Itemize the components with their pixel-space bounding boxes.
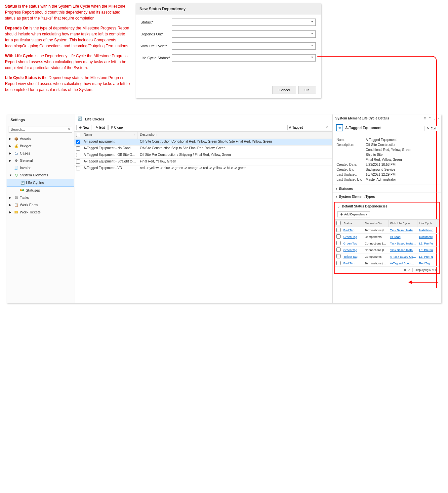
prop-label: Description: bbox=[337, 143, 366, 147]
col-desc[interactable]: Description bbox=[138, 132, 332, 139]
new-button[interactable]: ⊕New bbox=[76, 125, 92, 130]
dep-lcs-link[interactable]: L3: Pre Fu bbox=[418, 247, 439, 253]
sidebar-item-statuses[interactable]: Statuses bbox=[7, 187, 74, 194]
prop-label bbox=[337, 158, 366, 161]
sidebar-search-input[interactable] bbox=[9, 126, 72, 133]
row-checkbox[interactable] bbox=[76, 166, 80, 170]
prop-value: Off-Site Construction bbox=[366, 143, 437, 147]
dep-row-checkbox[interactable] bbox=[336, 247, 341, 252]
status-select[interactable] bbox=[172, 19, 316, 26]
sidebar-item-work-form[interactable]: ▶📋Work Form bbox=[7, 201, 74, 208]
dep-row-checkbox[interactable] bbox=[336, 254, 341, 258]
dep-col-depends[interactable]: Depends On bbox=[363, 220, 388, 227]
dep-select-all-checkbox[interactable] bbox=[336, 221, 341, 225]
prop-label: Last Updated: bbox=[337, 173, 366, 176]
select-all-checkbox[interactable] bbox=[76, 133, 80, 137]
pencil-icon: ✎ bbox=[427, 127, 429, 130]
with-life-cycle-select[interactable] bbox=[172, 42, 316, 50]
dep-row[interactable]: Green Tag Connections (Outg... Task Base… bbox=[335, 240, 439, 247]
details-edit-button[interactable]: ✎Edit bbox=[425, 126, 438, 131]
cancel-button[interactable]: Cancel bbox=[272, 86, 296, 94]
collapse-up-icon[interactable]: ⌃ bbox=[428, 116, 431, 120]
table-row[interactable]: A-Tagged Equipment - Straight to Site Fi… bbox=[74, 159, 332, 165]
dep-paging-text: Displaying 6 of 6 bbox=[412, 268, 437, 272]
accordion-statuses[interactable]: ›Statuses bbox=[333, 185, 441, 193]
chevron-right-icon[interactable]: › bbox=[438, 116, 439, 120]
table-row[interactable]: A-Tagged Equipment Off-Site Construction… bbox=[74, 139, 332, 146]
row-checkbox[interactable] bbox=[76, 153, 80, 157]
dep-row-checkbox[interactable] bbox=[336, 261, 341, 265]
dep-lcs-link[interactable]: Installation bbox=[418, 227, 439, 234]
expand-down-icon[interactable]: ⌄ bbox=[433, 116, 436, 120]
dep-status-link[interactable]: Green Tag bbox=[342, 240, 363, 247]
dep-row[interactable]: Yellow Tag Components A-Task Based Com..… bbox=[335, 253, 439, 260]
dep-wlc-link[interactable]: Task Based Install ... bbox=[388, 247, 418, 253]
with-life-cycle-label: With Life Cycle:* bbox=[141, 44, 172, 48]
row-checkbox[interactable] bbox=[76, 146, 80, 151]
sidebar-item-budget[interactable]: ▶💰Budget bbox=[7, 142, 74, 150]
dep-row-checkbox[interactable] bbox=[336, 234, 341, 239]
prop-value: Master Administrator bbox=[366, 178, 437, 181]
dep-lcs-link[interactable]: Document bbox=[418, 234, 439, 240]
dep-lcs-link[interactable]: Red Tag bbox=[418, 260, 439, 267]
sidebar-item-cases[interactable]: ▶🗂Cases bbox=[7, 150, 74, 157]
prop-value: Conditional Red, Yellow, Green bbox=[366, 148, 437, 152]
dep-status-link[interactable]: Green Tag bbox=[342, 234, 363, 240]
clone-button[interactable]: ⎘Clone bbox=[108, 125, 125, 130]
status-label: Status:* bbox=[141, 20, 172, 24]
prop-label bbox=[337, 153, 366, 157]
row-desc: Off-Site Construction Ship to Site Final… bbox=[138, 146, 332, 152]
row-checkbox[interactable] bbox=[76, 140, 80, 144]
col-name[interactable]: Name bbox=[82, 132, 138, 139]
table-row[interactable]: A-Tagged Equipment - Off-Site Ord... Off… bbox=[74, 152, 332, 159]
dep-depends-cell: Connections (Inco... bbox=[363, 247, 388, 253]
dep-col-wlc[interactable]: With Life Cycle bbox=[388, 220, 418, 227]
help-text-block: Status is the status within the System L… bbox=[5, 3, 131, 98]
clear-search-icon[interactable]: ✕ bbox=[67, 127, 70, 131]
life-cycle-status-select[interactable] bbox=[172, 54, 316, 62]
dep-status-link[interactable]: Red Tag bbox=[342, 260, 363, 267]
clear-filter-icon[interactable]: ✕ bbox=[326, 125, 329, 129]
dep-wlc-link[interactable]: Task Based Install ... bbox=[388, 240, 418, 247]
dep-col-lcs[interactable]: Life Cycle bbox=[418, 220, 439, 227]
dep-wlc-link[interactable]: IR Scan bbox=[388, 234, 418, 240]
dep-row[interactable]: Red Tag Terminations (Outg... A-Tagged E… bbox=[335, 260, 439, 267]
sidebar-item-life-cycles[interactable]: 🔄Life Cycles bbox=[7, 179, 74, 187]
row-name: A-Tagged Equipment - No Cond Tag bbox=[82, 146, 138, 152]
depends-on-select[interactable] bbox=[172, 30, 316, 38]
row-checkbox[interactable] bbox=[76, 159, 80, 164]
dep-wlc-link[interactable]: A-Task Based Com... bbox=[388, 253, 418, 260]
dep-wlc-link[interactable]: A-Tagged Equipment bbox=[388, 260, 418, 267]
dep-depends-cell: Components bbox=[363, 234, 388, 240]
details-title: System Element Life Cycle Details bbox=[335, 116, 423, 120]
dep-status-link[interactable]: Yellow Tag bbox=[342, 253, 363, 260]
table-row[interactable]: A-Tagged Equipment - VD red -> yellow ->… bbox=[74, 165, 332, 172]
dep-status-link[interactable]: Green Tag bbox=[342, 247, 363, 253]
table-row[interactable]: A-Tagged Equipment - No Cond Tag Off-Sit… bbox=[74, 146, 332, 152]
dep-col-status[interactable]: Status bbox=[342, 220, 363, 227]
sidebar-item-invoice[interactable]: 🧾Invoice bbox=[7, 164, 74, 171]
edit-button[interactable]: ✎Edit bbox=[93, 125, 107, 130]
plus-icon: ⊕ bbox=[340, 213, 343, 216]
ok-button[interactable]: OK bbox=[298, 86, 316, 94]
dep-status-link[interactable]: Red Tag bbox=[342, 227, 363, 234]
sidebar-item-system-elements[interactable]: ▼⬡System Elements bbox=[7, 171, 74, 179]
sidebar-item-general[interactable]: ▶⚙General bbox=[7, 157, 74, 164]
add-dependency-button[interactable]: ⊕Add Dependency bbox=[337, 211, 370, 217]
refresh-icon[interactable]: ⟳ bbox=[424, 116, 427, 120]
sidebar-item-assets[interactable]: ▶📦Assets bbox=[7, 135, 74, 142]
sidebar-title: Settings bbox=[7, 114, 74, 125]
dep-row[interactable]: Green Tag Components IR Scan Document bbox=[335, 234, 439, 240]
dep-wlc-link[interactable]: Task Based Install -... bbox=[388, 227, 418, 234]
dep-row-checkbox[interactable] bbox=[336, 228, 341, 232]
sidebar-item-work-tickets[interactable]: ▶🎫Work Tickets bbox=[7, 208, 74, 216]
accordion-system-element-types[interactable]: ›System Element Types bbox=[333, 193, 441, 201]
dep-row[interactable]: Red Tag Terminations (Inco... Task Based… bbox=[335, 227, 439, 234]
dep-row-checkbox[interactable] bbox=[336, 241, 341, 245]
dep-lcs-link[interactable]: L3: Pre Fu bbox=[418, 240, 439, 247]
sidebar-item-tasks[interactable]: ▶☑Tasks bbox=[7, 194, 74, 201]
prop-label: Created Date: bbox=[337, 163, 366, 166]
dep-row[interactable]: Green Tag Connections (Inco... Task Base… bbox=[335, 247, 439, 253]
dep-lcs-link[interactable]: L3: Pre Fu bbox=[418, 253, 439, 260]
grid-filter-input[interactable] bbox=[287, 125, 330, 130]
